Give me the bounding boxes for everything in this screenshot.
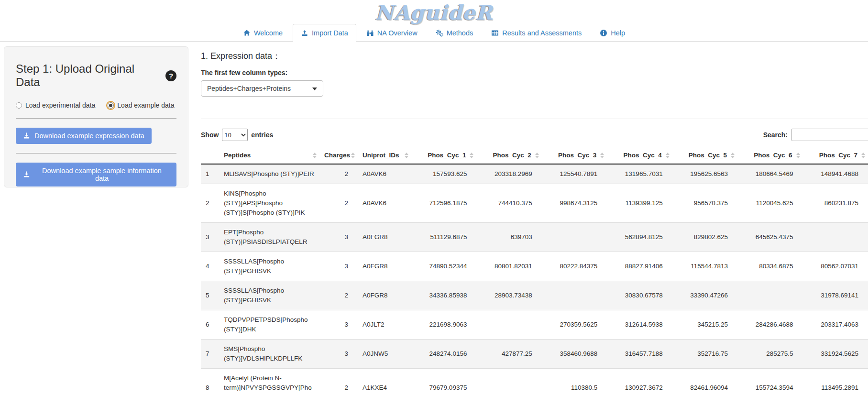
tab-label: Methods [447, 29, 473, 37]
value-cell: 248274.0156 [411, 340, 476, 369]
download-icon [23, 171, 31, 178]
value-cell: 284286.4688 [737, 310, 802, 340]
peptide-cell: TQDPVPPETPSDS[Phospho (STY)]DHK [219, 310, 319, 340]
row-index-header [201, 147, 219, 164]
datatable-controls: Show 10 entries Search: [201, 129, 868, 141]
row-index-cell: 3 [201, 223, 219, 252]
column-header-phos_cyc_5[interactable]: Phos_Cyc_5 [672, 147, 737, 164]
charges-cell: 3 [319, 252, 358, 281]
sort-icon [600, 153, 604, 158]
dropdown-selected-value: Peptides+Charges+Proteins [207, 85, 291, 92]
tab-label: Welcome [254, 29, 283, 37]
value-cell: 270359.5625 [542, 310, 607, 340]
row-index-cell: 8 [201, 369, 219, 395]
uniprot-cell: A0FGR8 [358, 252, 411, 281]
tab-import-data[interactable]: Import Data [293, 24, 356, 42]
value-cell [542, 223, 607, 252]
value-cell: 998674.3125 [542, 184, 607, 223]
uniprot-cell: A0FGR8 [358, 281, 411, 310]
row-index-cell: 5 [201, 281, 219, 310]
tab-label: Import Data [312, 29, 348, 37]
radio-label[interactable]: Load experimental data [25, 101, 95, 109]
tab-na-overview[interactable]: NA Overview [358, 24, 426, 42]
tab-help[interactable]: Help [592, 24, 633, 42]
column-types-dropdown[interactable]: Peptides+Charges+Proteins [201, 80, 323, 97]
uniprot-cell: A0JLT2 [358, 310, 411, 340]
radio-label[interactable]: Load example data [117, 101, 174, 109]
download-icon [23, 132, 31, 140]
tab-label: Results and Assessments [502, 29, 582, 37]
search-input[interactable] [791, 129, 868, 141]
home-icon [243, 29, 251, 37]
column-header-phos_cyc_7[interactable]: Phos_Cyc_7 [803, 147, 868, 164]
value-cell: 74890.52344 [411, 252, 476, 281]
value-cell [737, 281, 802, 310]
sort-icon [405, 153, 408, 158]
table-row: 8M[Acetyl (Protein N-term)]NPVYSPGSSGVPY… [201, 369, 868, 395]
download-example-expression-data-button[interactable]: Download example expression data [16, 128, 152, 144]
column-header-peptides[interactable]: Peptides [219, 147, 319, 164]
sort-icon [731, 153, 735, 158]
value-cell: 28903.73438 [476, 281, 541, 310]
value-cell: 1120045.625 [737, 184, 802, 223]
tab-results-and-assessments[interactable]: Results and Assessments [483, 24, 590, 42]
value-cell: 131965.7031 [607, 164, 672, 184]
column-header-phos_cyc_1[interactable]: Phos_Cyc_1 [411, 147, 476, 164]
value-cell: 352716.75 [672, 340, 737, 369]
value-cell: 427877.25 [476, 340, 541, 369]
column-header-phos_cyc_2[interactable]: Phos_Cyc_2 [476, 147, 541, 164]
divider [201, 119, 868, 119]
table-row: 1MLISAVS[Phospho (STY)]PEIR2A0AVK6157593… [201, 164, 868, 184]
value-cell: 31978.69141 [803, 281, 868, 310]
panel-title-row: Step 1: Upload Original Data ? [16, 62, 176, 89]
table-row: 7SMS[Phospho (STY)]VDLSHIPLKDPLLFK3A0JNW… [201, 340, 868, 369]
peptide-cell: EPT[Phospho (STY)]PSIASDISLPIATQELR [219, 223, 319, 252]
question-circle-icon[interactable]: ? [165, 70, 176, 81]
gears-icon [436, 29, 443, 37]
radio-icon-checked[interactable] [108, 102, 114, 109]
value-cell: 157593.625 [411, 164, 476, 184]
value-cell: 148941.4688 [803, 164, 868, 184]
sort-icon [666, 153, 670, 158]
radio-icon[interactable] [16, 102, 22, 109]
table-row: 4SSSSLLAS[Phospho (STY)]PGHISVK3A0FGR874… [201, 252, 868, 281]
row-index-cell: 1 [201, 164, 219, 184]
tab-welcome[interactable]: Welcome [235, 24, 291, 42]
entries-label: entries [251, 131, 273, 139]
table-row: 6TQDPVPPETPSDS[Phospho (STY)]DHK3A0JLT22… [201, 310, 868, 340]
column-header-charges[interactable]: Charges [319, 147, 358, 164]
button-label: Download example sample information data [34, 167, 169, 182]
value-cell [476, 369, 541, 395]
value-cell: 34336.85938 [411, 281, 476, 310]
table-icon [491, 29, 499, 37]
nav-tabs: WelcomeImport DataNA OverviewMethodsResu… [0, 24, 868, 42]
value-cell: 331924.5625 [803, 340, 868, 369]
value-cell: 1139399.125 [607, 184, 672, 223]
value-cell: 358460.9688 [542, 340, 607, 369]
value-cell: 30830.67578 [607, 281, 672, 310]
value-cell: 33390.47266 [672, 281, 737, 310]
column-header-phos_cyc_6[interactable]: Phos_Cyc_6 [737, 147, 802, 164]
value-cell: 312614.5938 [607, 310, 672, 340]
peptide-cell: SSSSLLAS[Phospho (STY)]PGHISVK [219, 252, 319, 281]
page-length-select[interactable]: 10 [222, 129, 248, 141]
value-cell: 125540.7891 [542, 164, 607, 184]
sort-icon [535, 153, 539, 158]
radio-load-experimental-data[interactable]: Load experimental data [16, 101, 95, 109]
radio-load-example-data[interactable]: Load example data [108, 101, 174, 109]
tab-methods[interactable]: Methods [428, 24, 482, 42]
column-header-uniprot_ids[interactable]: Uniprot_IDs [358, 147, 411, 164]
chevron-down-icon [312, 88, 317, 90]
expression-table: PeptidesChargesUniprot_IDsPhos_Cyc_1Phos… [201, 147, 868, 395]
value-cell: 829802.625 [672, 223, 737, 252]
tab-label: Help [611, 29, 625, 37]
value-cell: 80334.6875 [737, 252, 802, 281]
download-example-sample-information-data-button[interactable]: Download example sample information data [16, 163, 176, 187]
value-cell: 345215.25 [672, 310, 737, 340]
peptide-cell: KINS[Phospho (STY)]APS[Phospho (STY)]S[P… [219, 184, 319, 223]
value-cell: 110380.5 [542, 369, 607, 395]
column-header-phos_cyc_4[interactable]: Phos_Cyc_4 [607, 147, 672, 164]
value-cell: 316457.7188 [607, 340, 672, 369]
table-row: 3EPT[Phospho (STY)]PSIASDISLPIATQELR3A0F… [201, 223, 868, 252]
column-header-phos_cyc_3[interactable]: Phos_Cyc_3 [542, 147, 607, 164]
